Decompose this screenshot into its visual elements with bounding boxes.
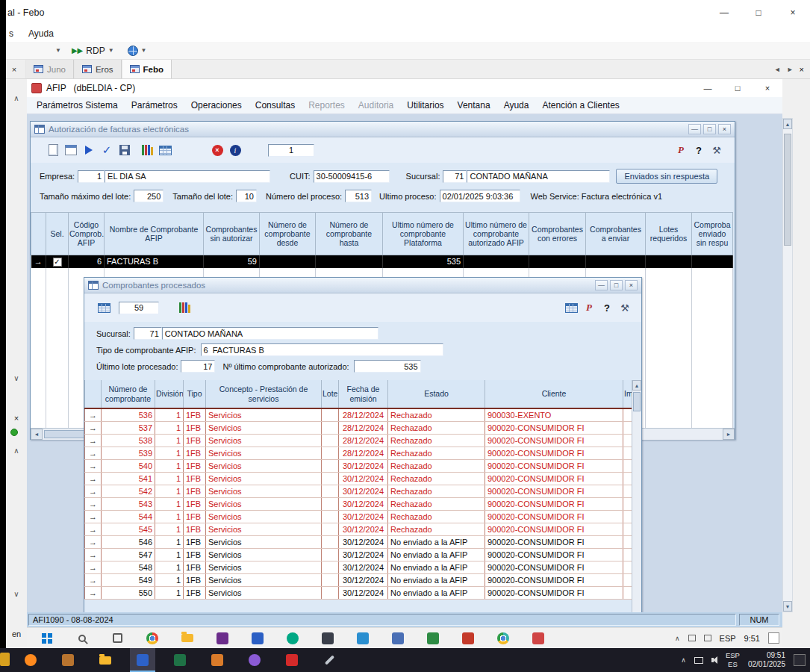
table-row[interactable]: →55011FBServicios30/12/2024No enviado a … (85, 586, 632, 599)
header-concepto[interactable]: Concepto - Prestación de servicios (206, 380, 322, 408)
strip-scroll-up2-icon[interactable]: ∧ (6, 447, 27, 455)
ultimo-comprobante-field[interactable]: 535 (354, 360, 421, 373)
host-notification-icon[interactable] (794, 654, 806, 666)
proc-close-button[interactable]: × (625, 280, 638, 290)
selected-row[interactable]: → ✓ 6 FACTURAS B 59 535 (31, 255, 733, 268)
header-tipo[interactable]: Tipo (184, 380, 206, 408)
header-sin-respuesta[interactable]: Comproba enviado sin respu (692, 213, 733, 255)
header-plataforma[interactable]: Ultimo número de comprobante Plataforma (383, 213, 464, 255)
rdp-label[interactable]: RDP (86, 46, 105, 56)
host-clock[interactable]: 09:51 02/01/2025 (748, 651, 785, 670)
chrome-icon[interactable] (141, 628, 163, 649)
header-desde[interactable]: Número de comprobante desde (260, 213, 316, 255)
rdp-connect-icon[interactable]: ▶▶ (72, 46, 83, 55)
host-volume-icon[interactable] (711, 656, 717, 664)
chart-app-icon[interactable] (205, 648, 230, 672)
empresa-number-field[interactable]: 1 (78, 170, 105, 183)
confirm-icon[interactable]: ✓ (98, 142, 116, 158)
table-row[interactable]: →54811FBServicios30/12/2024No enviado a … (85, 561, 632, 573)
run-icon[interactable] (80, 142, 98, 158)
scroll-left-icon[interactable]: ◄ (31, 429, 43, 440)
header-a-enviar[interactable]: Comprobantes a enviar (586, 213, 646, 255)
globe-icon[interactable] (128, 46, 138, 56)
outer-minimize-button[interactable]: — (707, 0, 741, 25)
cuit-field[interactable]: 30-50009415-6 (314, 170, 390, 183)
preview-icon[interactable]: P (672, 142, 690, 158)
app-red-icon[interactable] (457, 628, 479, 649)
header-cliente[interactable]: Cliente (485, 380, 623, 408)
table-row[interactable]: →54011FBServicios30/12/2024Rechazado9000… (85, 459, 632, 472)
table-row[interactable]: →53911FBServicios28/12/2024Rechazado9000… (85, 447, 632, 459)
menu-operaciones[interactable]: Operaciones (184, 100, 249, 111)
outer-scroll-down-icon[interactable]: ▼ (783, 601, 792, 612)
panel-close-icon[interactable]: × (6, 60, 22, 78)
sucursal-name-field[interactable]: CONTADO MAÑANA (162, 327, 378, 340)
auth-titlebar[interactable]: Autorización de facturas electrónicas — … (31, 122, 735, 137)
outer-scroll-up-icon[interactable]: ▲ (783, 119, 792, 129)
tray-shield-icon[interactable] (704, 635, 711, 641)
app-crimson-icon[interactable] (527, 628, 549, 649)
tab-scroll-right-icon[interactable]: ► (787, 66, 794, 73)
tools-app-icon[interactable] (55, 648, 81, 672)
header-hasta[interactable]: Número de comprobante hasta (316, 213, 383, 255)
sucursal-number-field[interactable]: 71 (443, 170, 467, 183)
dropdown-arrow-icon[interactable]: ▼ (52, 46, 64, 55)
host-chevron-icon[interactable]: ∧ (681, 656, 686, 664)
remote-desktop-icon[interactable] (130, 648, 155, 672)
remote-notification-icon[interactable] (768, 632, 779, 644)
table-row[interactable]: →53711FBServicios28/12/2024Rechazado9000… (85, 421, 632, 434)
help-icon[interactable]: ? (598, 299, 616, 316)
strip-scroll-up-icon[interactable]: ∧ (6, 94, 27, 102)
export-grid-icon[interactable] (156, 142, 174, 158)
tab-juno[interactable]: Juno (25, 60, 74, 78)
firefox-icon[interactable] (18, 648, 43, 672)
header-numero[interactable]: Número de comprobante (102, 380, 155, 408)
browse-icon[interactable] (138, 142, 156, 158)
tray-monitor-icon[interactable] (688, 635, 696, 641)
scroll-thumb[interactable] (633, 392, 641, 411)
tab-scroll-left-icon[interactable]: ◄ (774, 66, 781, 73)
header-division[interactable]: División (155, 380, 184, 408)
export-grid-icon[interactable] (95, 299, 113, 316)
ultimo-lote-field[interactable]: 17 (181, 360, 215, 373)
header-nombre[interactable]: Nombre de Comprobante AFIP (105, 213, 204, 255)
tam-lote-field[interactable]: 10 (236, 190, 257, 202)
edit-record-icon[interactable] (62, 142, 80, 158)
num-proceso-field[interactable]: 513 (345, 190, 372, 202)
scroll-up-icon[interactable]: ▲ (632, 380, 641, 391)
header-arrow[interactable] (85, 380, 102, 408)
strip-scroll-down-icon[interactable]: ∨ (6, 374, 27, 382)
menu-atención-a-clientes[interactable]: Atención a Clientes (535, 100, 626, 111)
header-codigo[interactable]: Código Comprob. AFIP (69, 213, 105, 255)
browse-icon[interactable] (175, 299, 193, 316)
table-row[interactable]: →54311FBServicios30/12/2024Rechazado9000… (85, 497, 632, 510)
sucursal-name-field[interactable]: CONTADO MAÑANA (467, 170, 610, 183)
task-view-icon[interactable] (106, 628, 128, 649)
menu-consultas[interactable]: Consultas (249, 100, 302, 111)
afip-close-button[interactable]: × (753, 79, 782, 97)
auth-minimize-button[interactable]: — (688, 124, 701, 134)
menu-auditoria[interactable]: Auditoria (352, 100, 400, 111)
tipo-comprobante-field[interactable]: 6 FACTURAS B (201, 343, 443, 356)
info-icon[interactable]: i (226, 142, 244, 158)
strip-close-icon[interactable]: × (6, 414, 27, 423)
cancel-icon[interactable]: × (208, 142, 226, 158)
tools-icon[interactable]: ⚒ (708, 142, 726, 158)
app-grid-icon[interactable] (387, 628, 409, 649)
search-icon[interactable] (71, 628, 93, 649)
table-row[interactable]: →54911FBServicios30/12/2024No enviado a … (85, 573, 632, 586)
menu-reportes[interactable]: Reportes (302, 100, 352, 111)
app-teal-icon[interactable] (281, 628, 304, 649)
tam-max-field[interactable]: 250 (134, 190, 163, 202)
table-row[interactable]: →53611FBServicios28/12/2024Rechazado9000… (85, 408, 632, 421)
proc-minimize-button[interactable]: — (595, 280, 608, 290)
table-row[interactable]: →54411FBServicios30/12/2024Rechazado9000… (85, 510, 632, 523)
afip-restore-button[interactable]: □ (723, 79, 753, 97)
table-row[interactable]: →54511FBServicios30/12/2024Rechazado9000… (85, 523, 632, 535)
menu-parámetros[interactable]: Parámetros (125, 100, 184, 111)
header-arrow[interactable] (31, 213, 46, 255)
header-lote[interactable]: Lote (322, 380, 339, 408)
header-fecha[interactable]: Fecha de emisión (339, 380, 388, 408)
table-icon[interactable] (562, 299, 580, 316)
outer-maximize-button[interactable]: □ (741, 0, 776, 25)
